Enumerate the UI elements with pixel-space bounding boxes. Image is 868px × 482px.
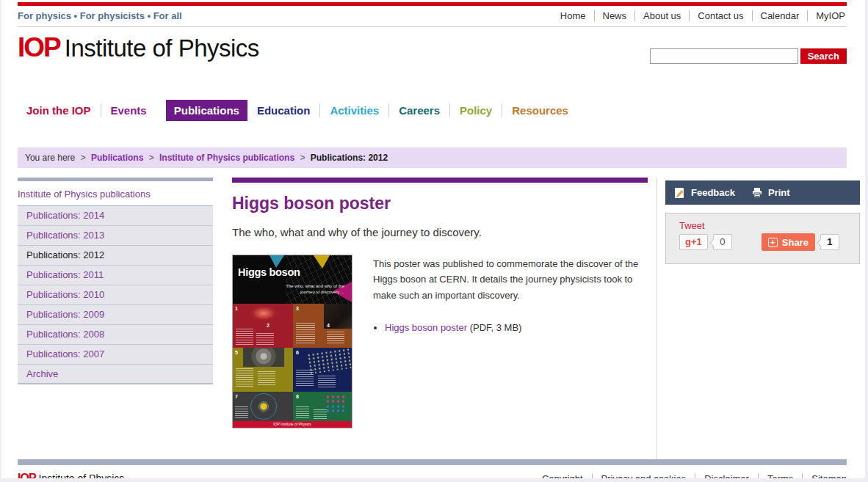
share-label: Share [782, 237, 809, 248]
feedback-icon [674, 187, 686, 199]
poster-detail [256, 333, 274, 345]
main-purple-bar [232, 178, 648, 183]
toplink-news[interactable]: News [594, 10, 635, 21]
right-column: Feedback Print Tweet g+1 0 + Share [665, 178, 860, 459]
poster-orbit-center [258, 401, 269, 412]
poster-particle-grid [325, 404, 347, 413]
description-block: This poster was published to commemorate… [373, 255, 648, 428]
poster-panel-dark: 7 [233, 392, 293, 423]
nav-careers[interactable]: Careers [388, 103, 449, 117]
poster-detail [236, 329, 253, 345]
breadcrumb: You are here > Publications > Institute … [18, 147, 847, 168]
share-plus-icon: + [768, 238, 778, 247]
page-title: Higgs boson poster [232, 194, 648, 213]
poster-panel-number: 6 [296, 350, 299, 355]
header: IOPInstitute of Physics Search [18, 27, 847, 76]
poster-subtitle: The who, what and why of the journey to … [277, 283, 344, 295]
footer-link-copyright[interactable]: Copyright [533, 473, 592, 479]
poster-yellow-triangle [314, 255, 330, 269]
poster-pdf-link[interactable]: Higgs boson poster [385, 322, 467, 333]
content-area: Institute of Physics publications Public… [18, 178, 847, 459]
nav-publications-active[interactable]: Publications [166, 100, 247, 121]
page-tools-bar: Feedback Print [665, 180, 860, 205]
higgs-poster-thumbnail: Higgs boson The who, what and why of the… [232, 255, 352, 428]
poster-panel-number: 4 [327, 323, 330, 328]
poster-detail [318, 376, 336, 387]
download-list-item: Higgs boson poster (PDF, 3 MB) [385, 322, 648, 333]
sidebar-item-publications-2014[interactable]: Publications: 2014 [18, 206, 213, 226]
sidebar-heading-link[interactable]: Institute of Physics publications [18, 181, 213, 206]
poster-detail [314, 409, 327, 420]
toplink-home[interactable]: Home [552, 10, 594, 21]
breadcrumb-prefix: You are here [25, 153, 75, 163]
poster-panel-olive: 5 [233, 348, 293, 392]
nav-resources[interactable]: Resources [502, 103, 578, 117]
print-label: Print [768, 187, 790, 198]
toplink-about-us[interactable]: About us [634, 10, 689, 21]
sidebar-item-publications-2009[interactable]: Publications: 2009 [18, 305, 213, 325]
poster-detail [235, 406, 248, 420]
description-text: This poster was published to commemorate… [373, 256, 648, 303]
share-button[interactable]: + Share [762, 233, 815, 251]
poster-panel-green: 8 [293, 392, 352, 423]
feedback-button[interactable]: Feedback [674, 187, 735, 199]
footer-link-disclaimer[interactable]: Disclaimer [695, 473, 758, 479]
poster-panel-navy: 6 [293, 348, 352, 392]
sidebar-item-publications-2013[interactable]: Publications: 2013 [18, 226, 213, 246]
search-button[interactable]: Search [800, 48, 847, 64]
nav-join-the-iop[interactable]: Join the IOP [18, 103, 101, 117]
nav-policy[interactable]: Policy [449, 103, 502, 117]
footer-logo[interactable]: IOPInstitute of Physics [18, 472, 124, 478]
breadcrumb-separator: > [81, 153, 86, 163]
footer-link-privacy[interactable]: Privacy and cookies [592, 473, 695, 479]
poster-detector-photo [243, 348, 284, 367]
footer-link-sitemap[interactable]: Sitemap [802, 473, 847, 479]
poster-panel-number: 1 [235, 306, 238, 311]
toplink-myiop[interactable]: MyIOP [807, 10, 847, 21]
gplus-count-badge: 0 [713, 234, 732, 250]
nav-education[interactable]: Education [247, 103, 320, 117]
sidebar-item-publications-2008[interactable]: Publications: 2008 [18, 325, 213, 345]
iop-logo-text: Institute of Physics [65, 34, 259, 62]
site-tagline: For physics • For physicists • For all [18, 10, 182, 21]
nav-events[interactable]: Events [101, 103, 156, 117]
sidebar-item-publications-2010[interactable]: Publications: 2010 [18, 285, 213, 305]
google-plus-one-button[interactable]: g+1 [679, 234, 708, 250]
search-area: Search [650, 37, 847, 76]
download-list: Higgs boson poster (PDF, 3 MB) [385, 322, 648, 333]
poster-panel-number: 2 [267, 323, 270, 328]
toplink-calendar[interactable]: Calendar [752, 10, 808, 21]
footer: IOPInstitute of Physics Copyright Privac… [18, 465, 847, 478]
sidebar-item-publications-2011[interactable]: Publications: 2011 [18, 266, 213, 285]
poster-footer-strip: IOP Institute of Physics [233, 421, 352, 428]
main-column: Higgs boson poster The who, what and why… [232, 178, 657, 459]
sidebar-item-publications-2007[interactable]: Publications: 2007 [18, 345, 213, 365]
footer-bar [18, 459, 847, 465]
poster-detail [258, 371, 275, 386]
toplink-contact-us[interactable]: Contact us [689, 10, 751, 21]
poster-panel-number: 7 [235, 394, 238, 399]
sidebar-item-archive[interactable]: Archive [18, 365, 213, 384]
nav-activities[interactable]: Activities [319, 103, 388, 117]
breadcrumb-publications[interactable]: Publications [91, 153, 143, 163]
share-count-badge: 1 [820, 234, 839, 250]
sidebar-item-publications-2012[interactable]: Publications: 2012 [18, 246, 213, 266]
feedback-label: Feedback [691, 187, 735, 198]
footer-links: Copyright Privacy and cookies Disclaimer… [533, 473, 847, 479]
poster-particle-grid [325, 395, 347, 404]
poster-panel-number: 5 [235, 350, 238, 355]
iop-logo[interactable]: IOPInstitute of Physics [18, 32, 259, 76]
tweet-button[interactable]: Tweet [679, 220, 859, 231]
poster-detail [327, 332, 344, 343]
footer-logo-mark: IOP [18, 472, 36, 478]
poster-panel-number: 3 [296, 306, 299, 311]
footer-link-terms[interactable]: Terms [758, 473, 802, 479]
breadcrumb-iop-publications[interactable]: Institute of Physics publications [159, 153, 294, 163]
print-button[interactable]: Print [751, 187, 790, 199]
social-share-box: Tweet g+1 0 + Share 1 [665, 213, 860, 264]
poster-nebula-image [249, 305, 278, 321]
main-nav: Join the IOP Events Publications Educati… [18, 100, 847, 121]
pdf-size-label: (PDF, 3 MB) [467, 322, 521, 333]
poster-panel-orange: 3 4 [293, 304, 352, 348]
search-input[interactable] [650, 48, 798, 64]
